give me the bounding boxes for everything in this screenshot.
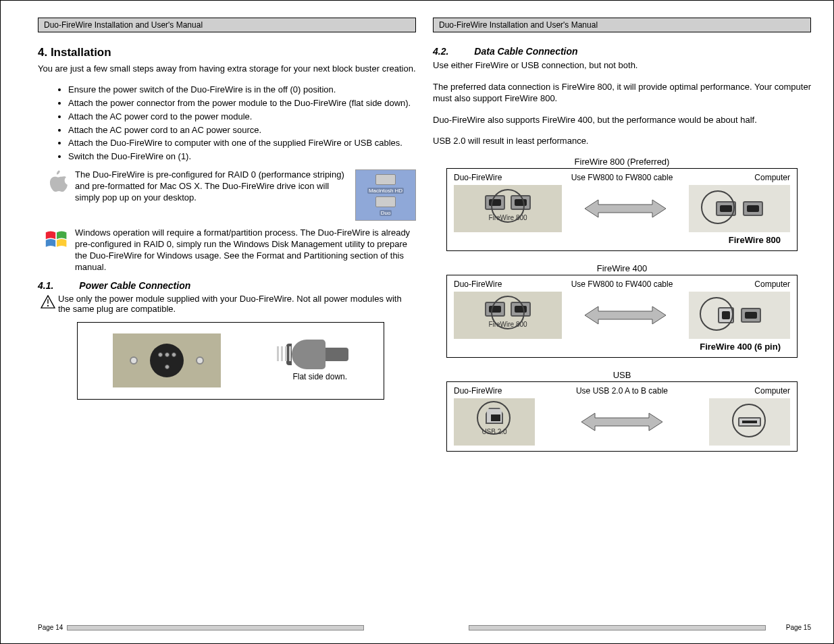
- hd-label: Macintosh HD: [367, 188, 404, 194]
- page-14: Duo-FireWire Installation and User's Man…: [38, 18, 416, 400]
- header-bar-right: Duo-FireWire Installation and User's Man…: [433, 18, 811, 32]
- usb-device: USB 2.0: [454, 398, 535, 446]
- fw800-port-icon: [485, 195, 505, 210]
- subsection-4-2: 4.2.Data Cable Connection: [433, 46, 811, 57]
- fw400-left-label: Duo-FireWire: [454, 279, 535, 289]
- windows-icon: [38, 227, 75, 252]
- usb-b-port-icon: [486, 408, 503, 424]
- fw800-right-label: Computer: [709, 173, 790, 182]
- fw800-left-label: Duo-FireWire: [454, 173, 535, 182]
- usb-title: USB: [433, 370, 811, 380]
- data-cable-p1: Use either FireWire or USB connection, b…: [433, 59, 811, 72]
- fw800-caption: FireWire 800: [454, 235, 790, 245]
- desktop-screenshot: Macintosh HD Duo: [355, 169, 416, 221]
- fw800-device: FireWire 800: [454, 185, 562, 232]
- windows-note-row: Windows operation will require a format/…: [38, 227, 416, 273]
- subsection-4-1: 4.1.Power Cable Connection: [38, 280, 416, 291]
- double-arrow-icon: [562, 198, 689, 219]
- fw800-mid-label: Use FW800 to FW800 cable: [535, 173, 709, 182]
- fw800-port-icon: [743, 201, 763, 216]
- sub-4-2-title: Data Cable Connection: [474, 46, 577, 57]
- fw400-port-icon: [718, 307, 734, 323]
- power-plug-drawing: Flat side down.: [292, 340, 348, 381]
- screw-icon: [130, 356, 138, 365]
- apple-icon: [38, 169, 75, 194]
- list-item: Attach the Duo-FireWire to computer with…: [68, 138, 416, 149]
- usb-box: Duo-FireWire Use USB 2.0 A to B cable Co…: [446, 381, 798, 452]
- power-cable-figure: Flat side down.: [77, 322, 384, 400]
- fw400-device: FireWire 800: [454, 292, 562, 339]
- usb-right-label: Computer: [709, 386, 790, 396]
- page-number-right: Page 15: [786, 624, 811, 631]
- duo-label: Duo: [380, 210, 392, 216]
- sub-4-2-num: 4.2.: [433, 46, 448, 57]
- list-item: Attach the AC power cord to the power mo…: [68, 111, 416, 123]
- svg-point-1: [47, 305, 49, 306]
- fw800-dev-caption: FireWire 800: [488, 214, 527, 221]
- hd-icon: [375, 174, 396, 185]
- mac-note-row: The Duo-FireWire is pre-configured for R…: [38, 169, 416, 221]
- footer-bar: [67, 625, 364, 630]
- page-number-left: Page 14: [38, 624, 63, 631]
- usb-dev-caption: USB 2.0: [481, 428, 506, 435]
- fw800-computer: [689, 185, 790, 232]
- fw400-computer: [689, 292, 790, 339]
- warning-icon: [38, 294, 58, 308]
- list-item: Switch the Duo-FireWire on (1).: [68, 151, 416, 163]
- jack-face: [150, 344, 184, 377]
- double-arrow-icon: [535, 412, 709, 432]
- fw800-port-icon: [511, 195, 531, 210]
- data-cable-p2: The preferred data connection is FireWir…: [433, 81, 811, 105]
- fw400-caption: FireWire 400 (6 pin): [454, 342, 790, 352]
- install-steps-list: Ensure the power switch of the Duo-FireW…: [68, 84, 416, 163]
- list-item: Ensure the power switch of the Duo-FireW…: [68, 84, 416, 96]
- usb-left-label: Duo-FireWire: [454, 386, 535, 396]
- page-15: Duo-FireWire Installation and User's Man…: [433, 18, 811, 452]
- list-item: Attach the power connector from the powe…: [68, 98, 416, 109]
- fw400-mid-label: Use FW800 to FW400 cable: [535, 279, 709, 289]
- data-cable-p4: USB 2.0 will result in least performance…: [433, 135, 811, 147]
- flat-side-caption: Flat side down.: [292, 372, 347, 381]
- section-4-intro: You are just a few small steps away from…: [38, 63, 416, 75]
- fw800-port-icon: [716, 201, 736, 216]
- fw400-box: Duo-FireWire Use FW800 to FW400 cable Co…: [446, 275, 798, 358]
- fw400-right-label: Computer: [709, 279, 790, 289]
- data-cable-p3: Duo-FireWire also supports FireWire 400,…: [433, 114, 811, 126]
- footer-bar: [469, 625, 766, 630]
- sub-4-1-num: 4.1.: [38, 280, 53, 291]
- section-4-title: 4. Installation: [38, 46, 416, 59]
- plug-cable: [325, 348, 348, 361]
- power-jack-photo: [113, 333, 221, 387]
- header-bar-left: Duo-FireWire Installation and User's Man…: [38, 18, 416, 32]
- usb-computer: [709, 398, 790, 446]
- screw-icon: [196, 356, 204, 365]
- mac-note-text: The Duo-FireWire is pre-configured for R…: [75, 169, 355, 204]
- double-arrow-icon: [562, 305, 689, 325]
- sub-4-1-title: Power Cable Connection: [79, 280, 190, 291]
- power-warning-text: Use only the power module supplied with …: [58, 294, 416, 314]
- fw800-port-icon: [741, 308, 761, 323]
- fw800-box: Duo-FireWire Use FW800 to FW800 cable Co…: [446, 168, 798, 251]
- power-warning-row: Use only the power module supplied with …: [38, 294, 416, 314]
- fw400-title: FireWire 400: [433, 263, 811, 273]
- usb-mid-label: Use USB 2.0 A to B cable: [535, 386, 709, 396]
- footer-right: Page 15: [433, 624, 811, 631]
- footer-left: Page 14: [38, 624, 416, 631]
- windows-note-text: Windows operation will require a format/…: [75, 227, 416, 273]
- fw800-port-icon: [485, 302, 505, 317]
- fw400-dev-caption: FireWire 800: [488, 321, 527, 328]
- list-item: Attach the AC power cord to an AC power …: [68, 125, 416, 136]
- fw800-port-icon: [511, 302, 531, 317]
- plug-head: [292, 340, 325, 369]
- duo-icon: [375, 196, 396, 207]
- fw800-title: FireWire 800 (Preferred): [433, 157, 811, 167]
- usb-a-port-icon: [738, 417, 761, 427]
